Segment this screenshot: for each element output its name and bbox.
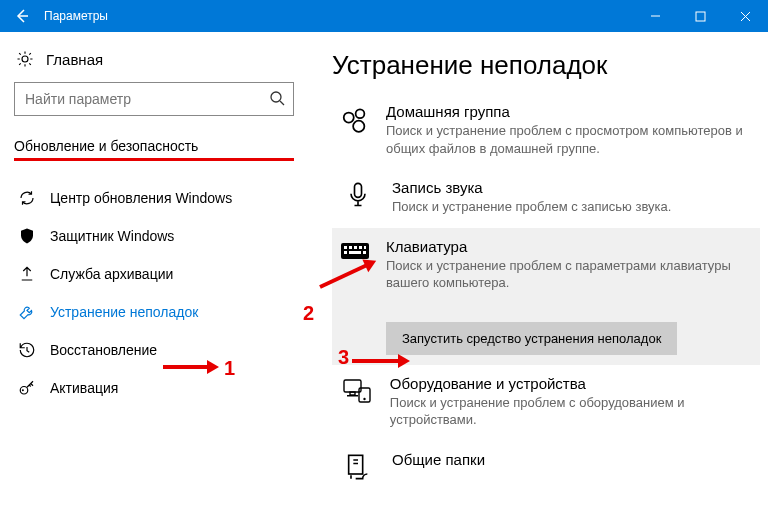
sidebar-item-label: Центр обновления Windows [50, 190, 232, 206]
maximize-button[interactable] [678, 0, 723, 32]
sidebar: Главная Обновление и безопасность Центр … [0, 32, 308, 508]
svg-rect-13 [344, 246, 347, 249]
main-panel: Устранение неполадок Домашняя группа Пои… [308, 32, 768, 508]
sidebar-home[interactable]: Главная [16, 50, 294, 68]
upload-icon [18, 265, 36, 283]
svg-point-6 [20, 387, 28, 395]
svg-line-5 [280, 101, 284, 105]
svg-rect-14 [349, 246, 352, 249]
wrench-icon [18, 303, 36, 321]
sidebar-item-windows-update[interactable]: Центр обновления Windows [14, 179, 294, 217]
svg-rect-19 [349, 251, 361, 254]
troubleshooter-title: Общие папки [392, 451, 752, 468]
sidebar-item-recovery[interactable]: Восстановление [14, 331, 294, 369]
page-title: Устранение неполадок [332, 50, 760, 81]
troubleshooter-hardware[interactable]: Оборудование и устройства Поиск и устран… [332, 365, 760, 441]
troubleshooter-desc: Поиск и устранение проблем с параметрами… [386, 257, 752, 292]
svg-rect-15 [354, 246, 357, 249]
troubleshooter-title: Запись звука [392, 179, 752, 196]
svg-rect-18 [344, 251, 347, 254]
shield-icon [18, 227, 36, 245]
run-troubleshooter-button[interactable]: Запустить средство устранения неполадок [386, 322, 677, 355]
key-icon [18, 379, 36, 397]
microphone-icon [340, 179, 376, 216]
troubleshooter-desc: Поиск и устранение проблем с записью зву… [392, 198, 752, 216]
troubleshooter-homegroup[interactable]: Домашняя группа Поиск и устранение пробл… [332, 93, 760, 169]
svg-point-10 [353, 121, 364, 132]
minimize-button[interactable] [633, 0, 678, 32]
search-input[interactable] [25, 91, 261, 107]
sidebar-item-troubleshoot[interactable]: Устранение неполадок [14, 293, 294, 331]
svg-rect-16 [359, 246, 362, 249]
svg-point-9 [356, 109, 365, 118]
shared-folder-icon [340, 451, 376, 481]
svg-point-25 [363, 398, 365, 400]
sidebar-item-label: Восстановление [50, 342, 157, 358]
troubleshooter-audio-record[interactable]: Запись звука Поиск и устранение проблем … [332, 169, 760, 228]
back-button[interactable] [8, 2, 36, 30]
svg-point-7 [22, 389, 24, 391]
sidebar-item-label: Защитник Windows [50, 228, 174, 244]
sync-icon [18, 189, 36, 207]
troubleshooter-shared-folders[interactable]: Общие папки [332, 441, 760, 493]
homegroup-icon [340, 103, 370, 157]
hardware-icon [340, 375, 374, 429]
svg-rect-20 [363, 251, 366, 254]
annotation-underline [14, 158, 294, 161]
sidebar-item-defender[interactable]: Защитник Windows [14, 217, 294, 255]
sidebar-nav: Центр обновления Windows Защитник Window… [14, 179, 294, 407]
keyboard-icon [340, 238, 370, 292]
sidebar-item-label: Устранение неполадок [50, 304, 198, 320]
search-input-wrap[interactable] [14, 82, 294, 116]
sidebar-item-label: Служба архивации [50, 266, 173, 282]
window-title: Параметры [44, 9, 633, 23]
svg-point-8 [344, 113, 354, 123]
sidebar-item-activation[interactable]: Активация [14, 369, 294, 407]
troubleshooter-desc: Поиск и устранение проблем с просмотром … [386, 122, 752, 157]
sidebar-home-label: Главная [46, 51, 103, 68]
svg-rect-26 [349, 455, 363, 474]
search-icon [269, 90, 285, 106]
sidebar-item-backup[interactable]: Служба архивации [14, 255, 294, 293]
history-icon [18, 341, 36, 359]
sidebar-item-label: Активация [50, 380, 118, 396]
troubleshooter-title: Оборудование и устройства [390, 375, 752, 392]
troubleshooter-desc: Поиск и устранение проблем с оборудовани… [390, 394, 752, 429]
sidebar-section-title: Обновление и безопасность [14, 138, 294, 154]
svg-rect-22 [350, 392, 355, 395]
troubleshooter-title: Клавиатура [386, 238, 752, 255]
svg-rect-11 [355, 183, 362, 197]
troubleshooter-keyboard[interactable]: Клавиатура Поиск и устранение проблем с … [332, 228, 760, 304]
titlebar: Параметры [0, 0, 768, 32]
close-button[interactable] [723, 0, 768, 32]
run-button-row: Запустить средство устранения неполадок [332, 304, 760, 365]
svg-point-4 [271, 92, 281, 102]
troubleshooter-title: Домашняя группа [386, 103, 752, 120]
svg-rect-1 [696, 12, 705, 21]
gear-icon [16, 50, 34, 68]
svg-rect-17 [364, 246, 366, 249]
svg-rect-23 [347, 395, 358, 397]
